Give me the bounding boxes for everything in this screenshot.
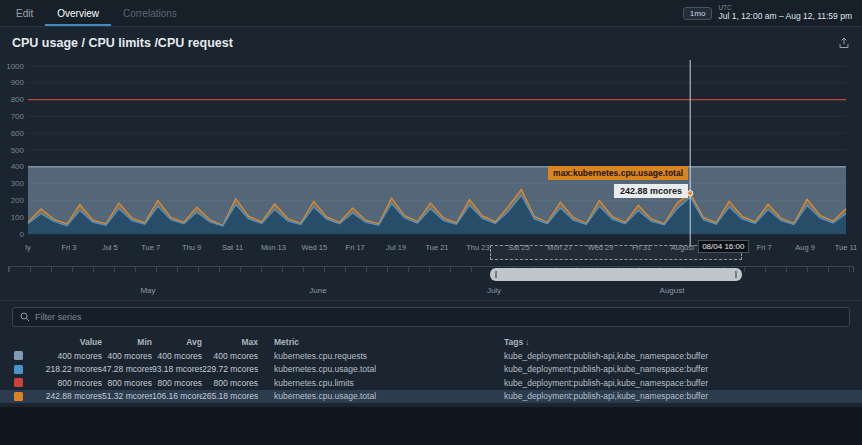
x-axis-label: Fri 3	[61, 243, 76, 252]
time-range-text: UTC Jul 1, 12:00 am – Aug 12, 11:59 pm	[718, 4, 852, 21]
cell-min: 400 mcores	[102, 351, 152, 361]
x-axis-label: Wed 29	[588, 243, 614, 252]
svg-text:200: 200	[11, 196, 25, 205]
cell-avg: 400 mcores	[152, 351, 202, 361]
timeseries-plot[interactable]: 01002003004005006007008009001000	[0, 58, 856, 250]
x-axis-label: ly	[25, 243, 30, 252]
sort-desc-icon: ↓	[525, 337, 529, 347]
tooltip-value: 242.88 mcores	[614, 184, 688, 198]
x-axis-hover-label: 08/04 16:00	[698, 240, 748, 253]
col-header-min[interactable]: Min	[102, 337, 152, 347]
table-row[interactable]: 218.22 mcores47.28 mcores93.18 mcores229…	[0, 363, 862, 377]
time-range-badge[interactable]: 1mo	[683, 7, 713, 20]
cell-max: 229.72 mcores	[202, 364, 258, 374]
cell-value: 400 mcores	[28, 351, 102, 361]
filter-series-input[interactable]	[35, 312, 842, 322]
cell-avg: 800 mcores	[152, 378, 202, 388]
col-header-avg[interactable]: Avg	[152, 337, 202, 347]
svg-text:400: 400	[11, 162, 25, 171]
cell-avg: 93.18 mcores	[152, 364, 202, 374]
cell-tags: kube_deployment:publish-api,kube_namespa…	[488, 391, 862, 401]
x-axis-label: Tue 11	[835, 243, 858, 252]
x-axis-label: Wed 15	[301, 243, 327, 252]
series-color-swatch	[14, 365, 23, 374]
cell-value: 218.22 mcores	[28, 364, 102, 374]
topbar: Edit Overview Correlations 1mo UTC Jul 1…	[0, 0, 862, 27]
cell-value: 242.88 mcores	[28, 391, 102, 401]
svg-text:0: 0	[20, 230, 25, 239]
filter-row	[0, 300, 862, 332]
tooltip-series-label: max:kubernetes.cpu.usage.total	[548, 166, 688, 180]
table-row[interactable]: 800 mcores800 mcores800 mcores800 mcores…	[0, 376, 862, 390]
x-axis-label: Tue 7	[141, 243, 160, 252]
series-color-swatch	[14, 351, 23, 360]
cell-min: 51.32 mcores	[102, 391, 152, 401]
time-range-control[interactable]: 1mo UTC Jul 1, 12:00 am – Aug 12, 11:59 …	[683, 0, 862, 26]
svg-text:700: 700	[11, 112, 25, 121]
tab-edit[interactable]: Edit	[4, 0, 45, 26]
chart-tooltip: max:kubernetes.cpu.usage.total 242.88 mc…	[548, 162, 688, 198]
cell-metric: kubernetes.cpu.usage.total	[258, 364, 488, 374]
x-axis-label: Jul 5	[102, 243, 118, 252]
svg-text:100: 100	[11, 213, 25, 222]
svg-text:500: 500	[11, 146, 25, 155]
tab-overview[interactable]: Overview	[45, 0, 111, 26]
scrubber-months: MayJuneJulyAugust	[0, 286, 862, 298]
x-axis-label: Thu 23	[466, 243, 489, 252]
col-header-max[interactable]: Max	[202, 337, 258, 347]
cell-min: 47.28 mcores	[102, 364, 152, 374]
export-icon[interactable]	[838, 37, 850, 49]
tab-correlations[interactable]: Correlations	[111, 0, 189, 26]
x-axis-label: Mon 27	[547, 243, 572, 252]
month-label: June	[309, 286, 326, 295]
panel-title-row: CPU usage / CPU limits /CPU request	[0, 27, 862, 52]
tags-header-label: Tags	[504, 337, 523, 347]
x-axis-label: August	[671, 243, 694, 252]
x-axis-label: Fri 17	[346, 243, 365, 252]
col-header-tags[interactable]: Tags↓	[488, 337, 862, 347]
x-axis-label: Mon 13	[261, 243, 286, 252]
svg-text:800: 800	[11, 95, 25, 104]
scrubber-selection[interactable]	[490, 268, 742, 281]
x-axis-label: Aug 9	[795, 243, 815, 252]
col-header-value[interactable]: Value	[28, 337, 102, 347]
table-body: 400 mcores400 mcores400 mcores400 mcores…	[0, 349, 862, 403]
search-icon	[20, 312, 30, 322]
x-axis-label: Sat 25	[508, 243, 530, 252]
x-axis-label: Thu 9	[182, 243, 201, 252]
chart-area[interactable]: 01002003004005006007008009001000 lyFri 3…	[0, 58, 862, 264]
scrubber-handle-right[interactable]	[735, 271, 737, 278]
x-axis-label: Fri 31	[632, 243, 651, 252]
chart-title: CPU usage / CPU limits /CPU request	[12, 36, 233, 50]
cell-value: 800 mcores	[28, 378, 102, 388]
cell-tags: kube_deployment:publish-api,kube_namespa…	[488, 351, 862, 361]
cell-max: 400 mcores	[202, 351, 258, 361]
cell-avg: 106.16 mcores	[152, 391, 202, 401]
series-color-swatch	[14, 392, 23, 401]
table-row[interactable]: 242.88 mcores51.32 mcores106.16 mcores26…	[0, 390, 862, 404]
x-axis-labels: lyFri 3Jul 5Tue 7Thu 9Sat 11Mon 13Wed 15…	[0, 242, 856, 256]
cell-min: 800 mcores	[102, 378, 152, 388]
chart-panel: CPU usage / CPU limits /CPU request 0100…	[0, 27, 862, 407]
cell-max: 800 mcores	[202, 378, 258, 388]
table-row[interactable]: 400 mcores400 mcores400 mcores400 mcores…	[0, 349, 862, 363]
tab-bar: Edit Overview Correlations	[0, 0, 189, 26]
cell-metric: kubernetes.cpu.limits	[258, 378, 488, 388]
table-header-row: Value Min Avg Max Metric Tags↓	[0, 334, 862, 349]
svg-text:600: 600	[11, 129, 25, 138]
series-color-swatch	[14, 378, 23, 387]
cell-tags: kube_deployment:publish-api,kube_namespa…	[488, 364, 862, 374]
cell-metric: kubernetes.cpu.requests	[258, 351, 488, 361]
timeline-scrubber[interactable]: MayJuneJulyAugust	[0, 264, 862, 300]
col-header-metric[interactable]: Metric	[258, 337, 488, 347]
time-range-value: Jul 1, 12:00 am – Aug 12, 11:59 pm	[718, 12, 852, 22]
svg-text:300: 300	[11, 179, 25, 188]
month-label: May	[140, 286, 155, 295]
month-label: July	[487, 286, 501, 295]
cell-max: 265.18 mcores	[202, 391, 258, 401]
x-axis-label: Jul 19	[386, 243, 406, 252]
svg-text:1000: 1000	[6, 62, 24, 71]
scrubber-handle-left[interactable]	[495, 271, 497, 278]
x-axis-label: Sat 11	[222, 243, 243, 252]
x-axis-label: Tue 21	[425, 243, 448, 252]
